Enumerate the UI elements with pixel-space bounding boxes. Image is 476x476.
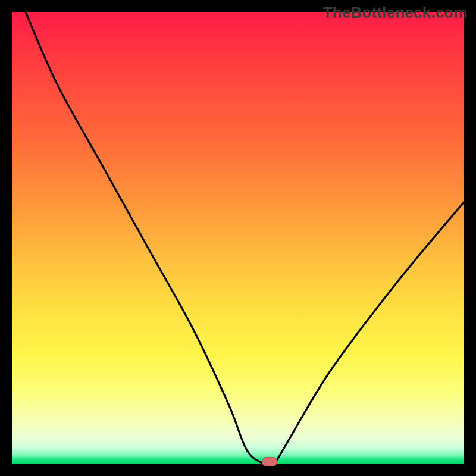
chart-frame: TheBottleneck.com: [0, 0, 476, 476]
plot-area: [12, 12, 464, 464]
bottleneck-curve: [12, 12, 464, 464]
curve-path: [26, 12, 464, 464]
watermark-text: TheBottleneck.com: [323, 4, 468, 22]
optimal-marker: [262, 457, 277, 466]
